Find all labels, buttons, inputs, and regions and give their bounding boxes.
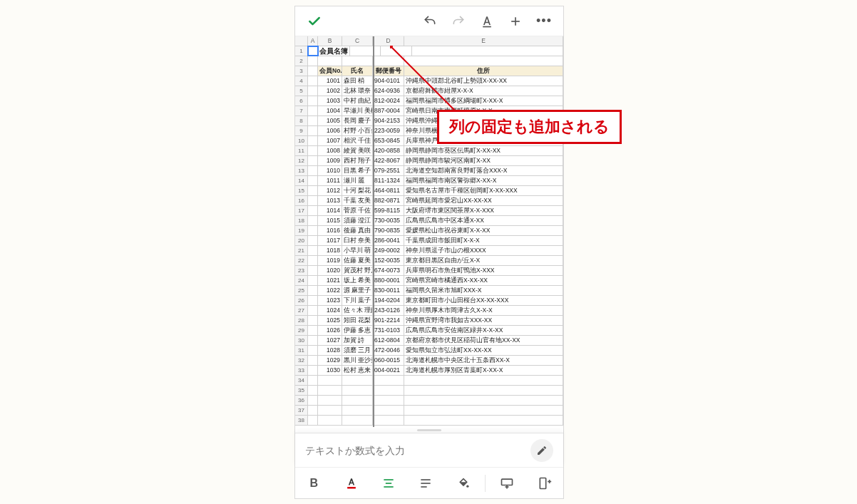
cell[interactable]: 福岡県久留米市旭町XXX-X [404,286,563,295]
cell[interactable]: 菅原 千佐 [342,206,373,215]
row-header[interactable]: 21 [295,246,308,255]
cell[interactable] [318,396,342,405]
confirm-button[interactable] [302,9,327,34]
cell[interactable]: 904-0101 [373,76,404,86]
cell[interactable] [308,166,318,175]
cell[interactable]: 兵庫県明石市魚住町鴨池X-XXX [404,266,563,275]
cell[interactable]: 1027 [318,336,342,345]
cell[interactable]: 1001 [318,76,342,86]
cell[interactable]: 1021 [318,276,342,285]
cell[interactable]: 1023 [318,296,342,305]
cell[interactable] [318,376,342,385]
cell[interactable]: 千葉 友美 [342,196,373,205]
cell[interactable]: 624-0936 [373,86,404,96]
cell[interactable]: 佐々木 理絵 [342,306,373,315]
cell[interactable]: 472-0046 [373,346,404,355]
cell[interactable]: 広島県広島市安佐南区緑井X-X-XX [404,326,563,335]
bold-button[interactable]: B [298,471,329,495]
cell[interactable]: 松村 恵来 [342,366,373,375]
row-header[interactable]: 34 [295,376,308,385]
cell[interactable]: 北林 環奈 [342,86,373,96]
row-header[interactable]: 29 [295,326,308,335]
cell[interactable] [308,76,318,86]
cell[interactable] [404,376,563,385]
cell[interactable] [318,56,342,66]
edit-button[interactable] [530,439,553,462]
cell[interactable]: 420-0858 [373,146,404,155]
cell[interactable] [350,46,381,56]
cell[interactable]: 北海道空知郡南富良野町落合XXX-X [404,166,563,175]
cell[interactable]: 1005 [318,116,342,125]
cell[interactable]: 887-0004 [373,106,404,115]
cell[interactable]: 相沢 千佳 [342,136,373,145]
cell[interactable] [404,396,563,405]
cell[interactable]: 東京都目黒区自由が丘X-X [404,256,563,265]
insert-row-button[interactable] [491,471,523,495]
cell[interactable]: 1004 [318,106,342,115]
col-header-b[interactable]: B [318,36,342,46]
row-header[interactable]: 4 [295,76,308,86]
cell[interactable] [318,386,342,395]
cell[interactable]: 北海道札幌市厚別区青葉町X-XX-X [404,366,563,375]
add-button[interactable] [503,9,528,34]
cell[interactable]: 福岡県福岡市博多区綱場町X-XX-X [404,96,563,106]
cell[interactable] [308,256,318,265]
cell[interactable] [308,336,318,345]
row-header[interactable]: 7 [295,106,308,115]
cell[interactable]: 綾賀 美咲 [342,146,373,155]
cell[interactable] [308,396,318,405]
cell[interactable]: 1017 [318,236,342,245]
row-header[interactable]: 30 [295,336,308,345]
cell[interactable]: 422-8067 [373,156,404,165]
cell[interactable]: 882-0871 [373,196,404,205]
col-header-d[interactable]: D [373,36,404,46]
redo-button[interactable] [446,9,471,34]
row-header[interactable]: 22 [295,256,308,265]
cell[interactable]: 1026 [318,326,342,335]
cell[interactable]: 880-0001 [373,276,404,285]
cell[interactable] [412,46,563,56]
cell[interactable]: 1002 [318,86,342,96]
cell[interactable]: 早瀬川 美樹 [342,106,373,115]
cell[interactable]: 1006 [318,126,342,135]
cell[interactable]: 901-2214 [373,316,404,325]
cell[interactable]: 静岡県静岡市葵区伝馬町X-XX-XX [404,146,563,155]
cell[interactable] [342,406,373,415]
cell[interactable]: 1020 [318,266,342,275]
cell[interactable] [308,106,318,115]
cell[interactable]: 1025 [318,316,342,325]
row-header[interactable]: 24 [295,276,308,285]
cell[interactable]: 京都府舞鶴市紺屋X-X-X [404,86,563,96]
cell[interactable]: 1018 [318,246,342,255]
row-header[interactable]: 17 [295,206,308,215]
row-header[interactable]: 26 [295,296,308,305]
cell[interactable]: 黒川 亜沙美 [342,356,373,365]
cell[interactable]: 郵便番号 [373,66,404,76]
cell[interactable]: 599-8115 [373,206,404,215]
cell[interactable] [308,386,318,395]
cell[interactable]: 1009 [318,156,342,165]
cell[interactable]: 152-0035 [373,256,404,265]
cell[interactable] [308,176,318,185]
align-center-button[interactable] [373,471,404,495]
cell[interactable]: 730-0035 [373,216,404,225]
row-header[interactable]: 37 [295,406,308,415]
cell[interactable]: 東京都町田市小山田桜台XX-XX-XXX [404,296,563,305]
cell[interactable]: 612-0804 [373,336,404,345]
row-header[interactable]: 27 [295,306,308,315]
row-header[interactable]: 20 [295,236,308,245]
cell[interactable]: 小早川 萌 [342,246,373,255]
cell[interactable]: 京都府京都市伏見区稲荷山官有地XX-XX [404,336,563,345]
cell[interactable]: 目黒 希子 [342,166,373,175]
col-header-a[interactable]: A [308,36,318,46]
cell[interactable]: 坂上 希美 [342,276,373,285]
row-header[interactable]: 32 [295,356,308,365]
cell[interactable]: 神奈川県逗子市山の根XXXX [404,246,563,255]
cell[interactable]: 812-0024 [373,96,404,106]
cell[interactable]: 西村 翔子 [342,156,373,165]
row-header[interactable]: 31 [295,346,308,355]
row-header[interactable]: 19 [295,226,308,235]
cell[interactable] [373,416,404,425]
cell[interactable] [308,216,318,225]
row-header[interactable]: 1 [295,46,308,56]
